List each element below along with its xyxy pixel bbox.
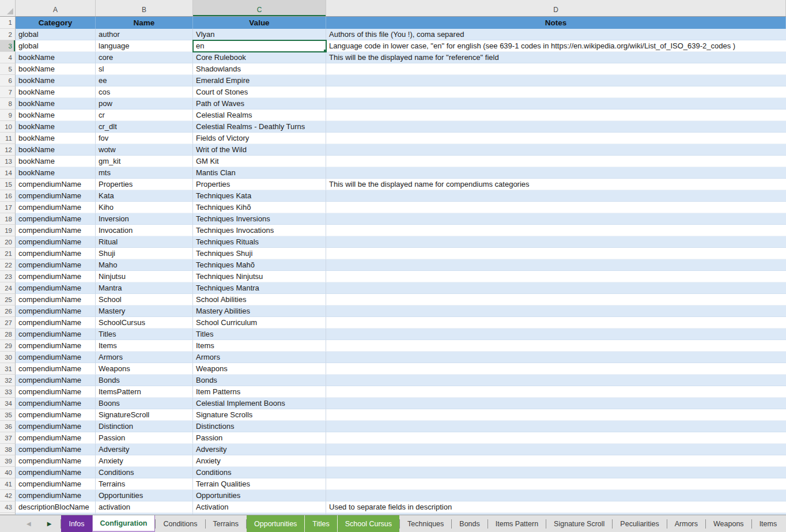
cell-C38[interactable]: Adversity: [193, 444, 326, 455]
cell-C37[interactable]: Passion: [193, 432, 326, 444]
cell-B31[interactable]: Weapons: [96, 363, 193, 375]
row-header-24[interactable]: 24: [0, 282, 16, 294]
cell-B25[interactable]: School: [96, 294, 193, 305]
cell-C11[interactable]: Fields of Victory: [193, 133, 326, 144]
scroll-sheets-left-icon[interactable]: ◀: [27, 521, 31, 527]
cell-B12[interactable]: wotw: [96, 144, 193, 156]
cell-C24[interactable]: Techniques Mantra: [193, 282, 326, 294]
row-header-29[interactable]: 29: [0, 340, 16, 352]
cell-D23[interactable]: [326, 271, 786, 282]
cell-D17[interactable]: [326, 202, 786, 213]
cell-B18[interactable]: Inversion: [96, 213, 193, 225]
cell-C15[interactable]: Properties: [193, 179, 326, 190]
row-header-31[interactable]: 31: [0, 363, 16, 375]
row-header-2[interactable]: 2: [0, 29, 16, 40]
cell-C10[interactable]: Celestial Realms - Deathly Turns: [193, 121, 326, 133]
cell-D37[interactable]: [326, 432, 786, 444]
cell-B6[interactable]: ee: [96, 75, 193, 86]
cell-B24[interactable]: Mantra: [96, 282, 193, 294]
cell-C34[interactable]: Celestial Implement Boons: [193, 398, 326, 409]
cell-A18[interactable]: compendiumName: [16, 213, 96, 225]
cell-D13[interactable]: [326, 156, 786, 167]
sheet-tab-school-cursus[interactable]: School Cursus: [338, 515, 399, 532]
cell-A3[interactable]: global: [16, 40, 96, 52]
row-header-38[interactable]: 38: [0, 444, 16, 455]
row-header-26[interactable]: 26: [0, 305, 16, 317]
cell-D43[interactable]: Used to separate fields in description: [326, 501, 786, 513]
row-header-16[interactable]: 16: [0, 190, 16, 202]
cell-D10[interactable]: [326, 121, 786, 133]
cell-A14[interactable]: bookName: [16, 167, 96, 179]
row-header-39[interactable]: 39: [0, 455, 16, 467]
row-header-15[interactable]: 15: [0, 179, 16, 190]
cell-A28[interactable]: compendiumName: [16, 329, 96, 340]
cell-D16[interactable]: [326, 190, 786, 202]
cell-B17[interactable]: Kiho: [96, 202, 193, 213]
row-header-3[interactable]: 3: [0, 40, 16, 52]
row-header-40[interactable]: 40: [0, 467, 16, 478]
scroll-sheets-right-icon[interactable]: ▶: [47, 521, 52, 527]
cell-A2[interactable]: global: [16, 29, 96, 40]
cell-C17[interactable]: Techniques Kihõ: [193, 202, 326, 213]
cell-C30[interactable]: Armors: [193, 352, 326, 363]
cell-A30[interactable]: compendiumName: [16, 352, 96, 363]
row-header-35[interactable]: 35: [0, 409, 16, 421]
cell-C14[interactable]: Mantis Clan: [193, 167, 326, 179]
cell-C18[interactable]: Techniques Inversions: [193, 213, 326, 225]
cell-D24[interactable]: [326, 282, 786, 294]
row-header-4[interactable]: 4: [0, 52, 16, 63]
row-header-7[interactable]: 7: [0, 86, 16, 98]
sheet-tab-titles[interactable]: Titles: [305, 515, 337, 532]
cell-D27[interactable]: [326, 317, 786, 329]
cell-C43[interactable]: Activation: [193, 501, 326, 513]
cell-C4[interactable]: Core Rulebook: [193, 52, 326, 63]
sheet-tab-terrains[interactable]: Terrains: [206, 515, 246, 532]
header-cell[interactable]: Value: [193, 17, 326, 29]
cell-A24[interactable]: compendiumName: [16, 282, 96, 294]
header-cell[interactable]: Notes: [326, 17, 786, 29]
row-header-22[interactable]: 22: [0, 259, 16, 271]
cell-A40[interactable]: compendiumName: [16, 467, 96, 478]
cell-D39[interactable]: [326, 455, 786, 467]
cell-B16[interactable]: Kata: [96, 190, 193, 202]
cell-D29[interactable]: [326, 340, 786, 352]
sheet-tab-peculiarities[interactable]: Peculiarities: [613, 515, 666, 532]
cell-A15[interactable]: compendiumName: [16, 179, 96, 190]
cell-A21[interactable]: compendiumName: [16, 248, 96, 259]
cell-B32[interactable]: Bonds: [96, 375, 193, 386]
cell-A36[interactable]: compendiumName: [16, 421, 96, 432]
cell-C26[interactable]: Mastery Abilities: [193, 305, 326, 317]
cell-B23[interactable]: Ninjutsu: [96, 271, 193, 282]
column-header-d[interactable]: D: [326, 0, 786, 16]
cell-C25[interactable]: School Abilities: [193, 294, 326, 305]
cell-C23[interactable]: Techniques Ninjutsu: [193, 271, 326, 282]
cell-C6[interactable]: Emerald Empire: [193, 75, 326, 86]
cell-B11[interactable]: fov: [96, 133, 193, 144]
row-header-37[interactable]: 37: [0, 432, 16, 444]
cell-C5[interactable]: Shadowlands: [193, 63, 326, 75]
cell-B15[interactable]: Properties: [96, 179, 193, 190]
cell-A12[interactable]: bookName: [16, 144, 96, 156]
cell-C12[interactable]: Writ of the Wild: [193, 144, 326, 156]
row-header-36[interactable]: 36: [0, 421, 16, 432]
cell-D9[interactable]: [326, 110, 786, 121]
cell-C31[interactable]: Weapons: [193, 363, 326, 375]
row-header-10[interactable]: 10: [0, 121, 16, 133]
cell-A38[interactable]: compendiumName: [16, 444, 96, 455]
header-cell[interactable]: Name: [96, 17, 193, 29]
cell-B5[interactable]: sl: [96, 63, 193, 75]
cell-D38[interactable]: [326, 444, 786, 455]
cell-D28[interactable]: [326, 329, 786, 340]
cell-D2[interactable]: Authors of this file (You !), coma separ…: [326, 29, 786, 40]
cell-C42[interactable]: Opportunities: [193, 490, 326, 501]
cell-B35[interactable]: SignatureScroll: [96, 409, 193, 421]
column-header-b[interactable]: B: [96, 0, 193, 16]
cell-C32[interactable]: Bonds: [193, 375, 326, 386]
cell-A13[interactable]: bookName: [16, 156, 96, 167]
cell-D26[interactable]: [326, 305, 786, 317]
row-header-28[interactable]: 28: [0, 329, 16, 340]
cell-C39[interactable]: Anxiety: [193, 455, 326, 467]
cell-C20[interactable]: Techniques Rituals: [193, 236, 326, 248]
cell-D36[interactable]: [326, 421, 786, 432]
cell-B7[interactable]: cos: [96, 86, 193, 98]
